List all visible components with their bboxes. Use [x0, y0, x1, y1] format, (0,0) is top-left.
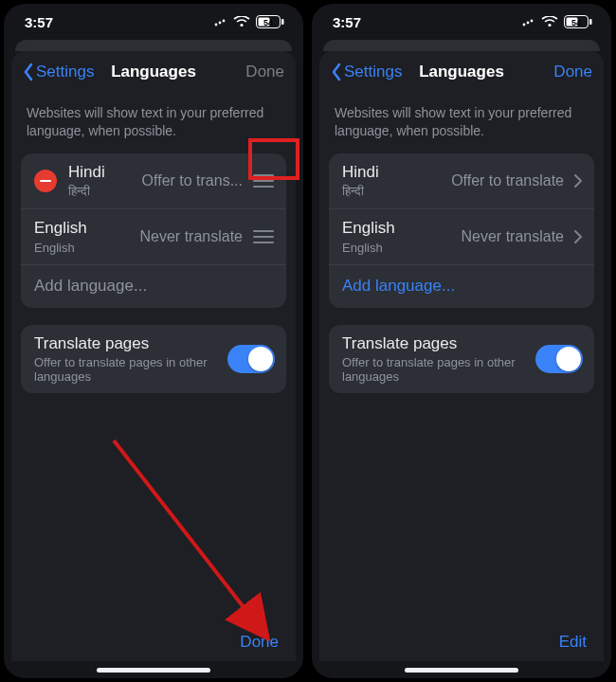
translate-pages-row: Translate pages Offer to translate pages… [21, 325, 286, 393]
done-button-top[interactable]: Done [245, 63, 284, 81]
translate-title: Translate pages [34, 334, 227, 353]
add-language-label: Add language... [342, 277, 583, 296]
language-row[interactable]: English English Never translate [21, 208, 286, 263]
status-time: 3:57 [333, 14, 361, 30]
bottom-toolbar: Edit [319, 623, 604, 661]
language-setting: Offer to trans... [142, 172, 243, 189]
delete-icon[interactable] [34, 170, 57, 192]
languages-group: Hindi हिन्दी Offer to translate English … [329, 153, 594, 308]
svg-point-3 [240, 24, 243, 27]
navbar: Settings Languages Done [319, 51, 604, 93]
status-icons: 54 [214, 15, 284, 28]
translate-toggle[interactable] [227, 345, 275, 373]
svg-text:54: 54 [571, 18, 581, 27]
translate-pages-row: Translate pages Offer to translate pages… [329, 325, 594, 393]
done-button-top[interactable]: Done [553, 63, 592, 81]
chevron-right-icon [573, 229, 583, 244]
language-name: English [34, 219, 140, 238]
section-hint: Websites will show text in your preferre… [11, 93, 296, 153]
section-hint: Websites will show text in your preferre… [319, 93, 604, 153]
bottom-toolbar: Done [11, 623, 296, 661]
translate-group: Translate pages Offer to translate pages… [21, 325, 286, 393]
sheet-underlay [323, 40, 600, 51]
svg-rect-6 [281, 19, 284, 25]
svg-point-1 [219, 22, 222, 25]
add-language-label: Add language... [34, 277, 275, 296]
svg-text:54: 54 [263, 18, 273, 27]
svg-point-0 [215, 24, 218, 27]
svg-point-11 [548, 24, 551, 27]
wifi-icon [233, 16, 250, 27]
language-native: हिन्दी [68, 184, 142, 199]
status-icons: 54 [522, 15, 592, 28]
svg-point-10 [531, 20, 534, 23]
svg-point-9 [527, 22, 530, 25]
home-indicator [97, 668, 210, 673]
chevron-left-icon [23, 63, 34, 81]
language-row[interactable]: Hindi हिन्दी Offer to translate [329, 153, 594, 208]
back-button[interactable]: Settings [23, 63, 94, 81]
status-time: 3:57 [25, 14, 53, 30]
sheet-underlay [15, 40, 292, 51]
chevron-right-icon [573, 173, 583, 188]
chevron-left-icon [331, 63, 342, 81]
language-setting: Never translate [140, 228, 244, 245]
svg-point-8 [523, 24, 526, 27]
back-label: Settings [344, 63, 402, 81]
wifi-icon [541, 16, 558, 27]
translate-group: Translate pages Offer to translate pages… [329, 325, 594, 393]
language-setting: Offer to translate [451, 172, 564, 189]
toolbar-done-button[interactable]: Done [240, 633, 279, 652]
language-setting: Never translate [462, 228, 565, 245]
svg-point-2 [223, 20, 226, 23]
toolbar-edit-button[interactable]: Edit [559, 633, 587, 652]
home-indicator [405, 668, 518, 673]
svg-rect-14 [589, 19, 592, 25]
add-language-row[interactable]: Add language... [21, 264, 286, 308]
language-native: English [342, 241, 462, 255]
language-name: Hindi [342, 163, 451, 182]
reorder-icon[interactable] [252, 174, 275, 188]
language-row[interactable]: English English Never translate [329, 208, 594, 263]
translate-sub: Offer to translate pages in other langua… [342, 355, 535, 384]
signal-icon [522, 17, 535, 27]
back-button[interactable]: Settings [331, 63, 402, 81]
translate-sub: Offer to translate pages in other langua… [34, 355, 227, 384]
translate-toggle[interactable] [535, 345, 583, 373]
translate-title: Translate pages [342, 334, 535, 353]
navbar: Settings Languages Done [11, 51, 296, 93]
signal-icon [214, 17, 227, 27]
language-native: English [34, 241, 140, 255]
reorder-icon[interactable] [252, 230, 275, 243]
language-name: English [342, 219, 462, 238]
language-native: हिन्दी [342, 184, 451, 199]
battery-icon: 54 [564, 15, 592, 28]
back-label: Settings [36, 63, 94, 81]
battery-icon: 54 [256, 15, 284, 28]
languages-group: Hindi हिन्दी Offer to trans... English E… [21, 153, 286, 308]
language-name: Hindi [68, 163, 142, 182]
add-language-row[interactable]: Add language... [329, 264, 594, 308]
language-row[interactable]: Hindi हिन्दी Offer to trans... [21, 153, 286, 208]
